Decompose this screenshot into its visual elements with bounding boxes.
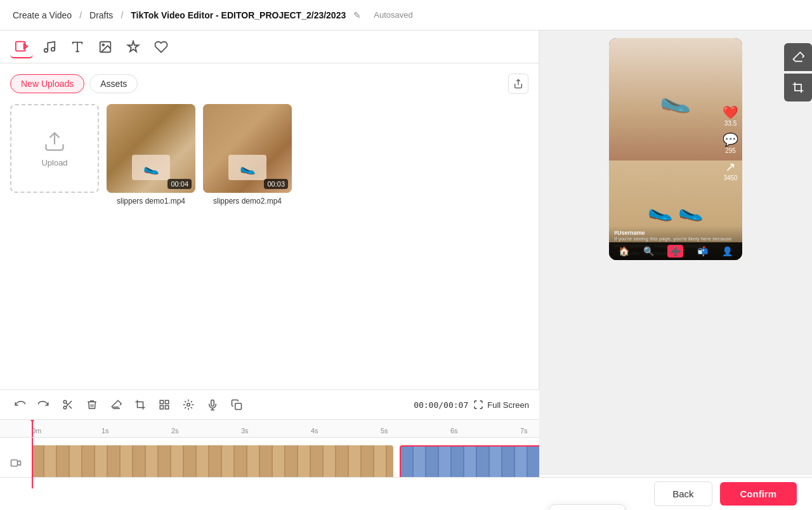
svg-point-21: [187, 403, 190, 407]
mic-button[interactable]: [203, 395, 222, 414]
track-clips: [32, 445, 539, 481]
total-time: 00:07: [443, 400, 468, 410]
svg-rect-24: [235, 403, 242, 410]
media-thumb-2[interactable]: 🥿 00:03: [203, 104, 292, 193]
svg-rect-25: [11, 460, 18, 466]
top-nav: Create a Video / Drafts / TikTok Video E…: [0, 0, 812, 30]
phone-preview: 🥿 🥿 🥿 ❤️ 33.5: [609, 38, 742, 260]
breadcrumb-drafts[interactable]: Drafts: [89, 10, 113, 20]
media-grid: Upload 🥿 00:04 slippers demo1.mp4: [10, 104, 528, 206]
svg-rect-18: [166, 400, 169, 403]
svg-line-14: [66, 403, 68, 405]
svg-point-11: [63, 406, 67, 409]
preview-container: 🥿 🥿 🥿 ❤️ 33.5: [609, 38, 742, 474]
adjust-button[interactable]: [179, 395, 198, 414]
svg-rect-26: [795, 84, 801, 91]
autosaved-label: Autosaved: [374, 10, 412, 20]
tab-effects[interactable]: [122, 36, 145, 58]
video-clip-1[interactable]: [32, 445, 393, 481]
ruler-4s: 4s: [311, 427, 318, 435]
ruler-0m: 0m: [32, 427, 41, 435]
svg-point-3: [51, 47, 55, 51]
main-layout: New Uploads Assets Upload 🥿: [0, 30, 812, 510]
tab-image[interactable]: [94, 36, 117, 58]
redo-button[interactable]: [34, 395, 53, 414]
upload-label: Upload: [41, 158, 67, 167]
back-button[interactable]: Back: [654, 481, 712, 506]
crop-button[interactable]: [131, 395, 150, 414]
ruler-6s: 6s: [450, 427, 458, 435]
delete-button[interactable]: [82, 395, 102, 414]
fullscreen-label: Full Screen: [487, 400, 529, 410]
time-display: 00:00/00:07: [414, 400, 468, 410]
svg-line-13: [69, 406, 72, 409]
erase-button[interactable]: [107, 395, 126, 414]
ruler-3s: 3s: [241, 427, 249, 435]
svg-point-2: [44, 48, 48, 52]
ruler-7s: 7s: [520, 427, 528, 435]
svg-rect-17: [160, 400, 163, 403]
media-thumb-1[interactable]: 🥿 00:04: [107, 104, 195, 193]
ruler-5s: 5s: [381, 427, 388, 435]
track-icon-video: [0, 457, 32, 469]
share-button[interactable]: [508, 74, 528, 94]
aspect-ratio-dropdown: 9:16 1:1 16:9: [549, 504, 625, 510]
timeline-ruler: 0m 1s 2s 3s 4s 5s 6s 7s: [0, 420, 539, 438]
new-uploads-tab[interactable]: New Uploads: [10, 74, 84, 93]
tab-music[interactable]: [38, 36, 61, 58]
breadcrumb-sep2: /: [121, 10, 123, 20]
timeline-toolbar: 00:00/00:07 Full Screen: [0, 390, 539, 420]
breadcrumb-create[interactable]: Create a Video: [13, 10, 72, 20]
svg-point-10: [63, 400, 67, 403]
confirm-button[interactable]: Confirm: [720, 482, 797, 506]
side-buttons: [784, 43, 812, 101]
bottom-action-bar: Back Confirm: [0, 477, 812, 510]
fullscreen-button[interactable]: Full Screen: [473, 400, 529, 410]
svg-rect-19: [166, 406, 169, 409]
ruler-1s: 1s: [102, 427, 109, 435]
current-time: 00:00: [414, 400, 438, 410]
media-item-2: 🥿 00:03 slippers demo2.mp4: [203, 104, 292, 206]
upload-placeholder[interactable]: Upload: [10, 104, 99, 193]
svg-rect-20: [160, 406, 163, 409]
tab-badge[interactable]: [150, 36, 173, 58]
upload-section: New Uploads Assets Upload 🥿: [0, 63, 539, 389]
eraser-side-button[interactable]: [784, 43, 812, 71]
duration-badge-1: 00:04: [167, 179, 192, 189]
tab-text[interactable]: [66, 36, 89, 58]
upload-controls: New Uploads Assets: [10, 74, 528, 94]
ruler-2s: 2s: [171, 427, 179, 435]
cut-button[interactable]: [58, 395, 77, 414]
preview-username: #Username: [614, 230, 737, 236]
assets-tab[interactable]: Assets: [89, 74, 138, 93]
tab-video[interactable]: [10, 36, 33, 58]
media-name-1: slippers demo1.mp4: [107, 197, 195, 206]
right-panel: 🥿 🥿 🥿 ❤️ 33.5: [539, 30, 812, 510]
edit-title-icon[interactable]: ✎: [353, 10, 361, 20]
breadcrumb-sep1: /: [79, 10, 82, 20]
project-title: TikTok Video Editor - EDITOR_PROJECT_2/2…: [131, 10, 346, 20]
video-clip-2[interactable]: [400, 445, 539, 481]
svg-point-7: [102, 44, 104, 46]
media-tabs: [0, 30, 539, 63]
left-panel: New Uploads Assets Upload 🥿: [0, 30, 539, 510]
media-name-2: slippers demo2.mp4: [203, 197, 292, 206]
crop-side-button[interactable]: [784, 74, 812, 101]
playhead: [32, 420, 33, 437]
duplicate-button[interactable]: [227, 395, 246, 414]
media-item-1: 🥿 00:04 slippers demo1.mp4: [107, 104, 195, 206]
duration-badge-2: 00:03: [264, 179, 288, 189]
svg-rect-16: [138, 402, 143, 408]
undo-button[interactable]: [10, 395, 29, 414]
mask-button[interactable]: [155, 395, 174, 414]
